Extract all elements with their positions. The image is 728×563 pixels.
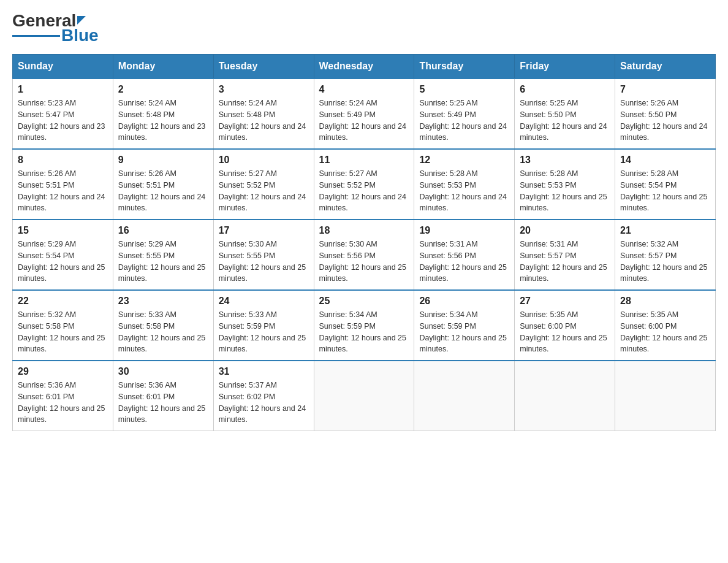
day-info: Sunrise: 5:33 AMSunset: 5:59 PMDaylight:… xyxy=(219,309,309,355)
day-number: 17 xyxy=(219,225,309,236)
calendar-cell: 8Sunrise: 5:26 AMSunset: 5:51 PMDaylight… xyxy=(13,149,113,220)
calendar-cell: 17Sunrise: 5:30 AMSunset: 5:55 PMDayligh… xyxy=(213,220,314,290)
calendar-header-friday: Friday xyxy=(515,55,615,79)
day-info: Sunrise: 5:30 AMSunset: 5:55 PMDaylight:… xyxy=(219,239,309,285)
day-info: Sunrise: 5:33 AMSunset: 5:58 PMDaylight:… xyxy=(118,309,208,355)
day-info: Sunrise: 5:26 AMSunset: 5:50 PMDaylight:… xyxy=(620,98,710,144)
day-info: Sunrise: 5:34 AMSunset: 5:59 PMDaylight:… xyxy=(319,309,409,355)
calendar-cell: 5Sunrise: 5:25 AMSunset: 5:49 PMDaylight… xyxy=(414,79,515,149)
day-info: Sunrise: 5:26 AMSunset: 5:51 PMDaylight:… xyxy=(18,168,108,214)
day-number: 18 xyxy=(319,225,409,236)
day-info: Sunrise: 5:24 AMSunset: 5:48 PMDaylight:… xyxy=(118,98,208,144)
day-info: Sunrise: 5:28 AMSunset: 5:53 PMDaylight:… xyxy=(419,168,509,214)
calendar-header-saturday: Saturday xyxy=(615,55,716,79)
calendar-cell: 10Sunrise: 5:27 AMSunset: 5:52 PMDayligh… xyxy=(213,149,314,220)
calendar-header-wednesday: Wednesday xyxy=(314,55,414,79)
day-number: 21 xyxy=(620,225,710,236)
day-number: 11 xyxy=(319,155,409,166)
day-number: 6 xyxy=(520,84,610,95)
calendar-cell: 4Sunrise: 5:24 AMSunset: 5:49 PMDaylight… xyxy=(314,79,414,149)
calendar-cell: 19Sunrise: 5:31 AMSunset: 5:56 PMDayligh… xyxy=(414,220,515,290)
calendar-cell: 25Sunrise: 5:34 AMSunset: 5:59 PMDayligh… xyxy=(314,290,414,361)
calendar-cell: 30Sunrise: 5:36 AMSunset: 6:01 PMDayligh… xyxy=(113,361,213,431)
day-number: 13 xyxy=(520,155,610,166)
day-info: Sunrise: 5:36 AMSunset: 6:01 PMDaylight:… xyxy=(118,380,208,426)
day-number: 5 xyxy=(419,84,509,95)
calendar-header-row: SundayMondayTuesdayWednesdayThursdayFrid… xyxy=(13,55,716,79)
day-number: 12 xyxy=(419,155,509,166)
calendar-cell: 28Sunrise: 5:35 AMSunset: 6:00 PMDayligh… xyxy=(615,290,716,361)
day-info: Sunrise: 5:32 AMSunset: 5:57 PMDaylight:… xyxy=(620,239,710,285)
calendar-cell: 15Sunrise: 5:29 AMSunset: 5:54 PMDayligh… xyxy=(13,220,113,290)
calendar-cell: 14Sunrise: 5:28 AMSunset: 5:54 PMDayligh… xyxy=(615,149,716,220)
day-number: 24 xyxy=(219,296,309,307)
logo-text-blue: Blue xyxy=(61,27,99,44)
day-info: Sunrise: 5:26 AMSunset: 5:51 PMDaylight:… xyxy=(118,168,208,214)
day-info: Sunrise: 5:24 AMSunset: 5:48 PMDaylight:… xyxy=(219,98,309,144)
day-number: 14 xyxy=(620,155,710,166)
day-number: 30 xyxy=(118,366,208,377)
day-number: 10 xyxy=(219,155,309,166)
day-info: Sunrise: 5:27 AMSunset: 5:52 PMDaylight:… xyxy=(219,168,309,214)
calendar-week-row-5: 29Sunrise: 5:36 AMSunset: 6:01 PMDayligh… xyxy=(13,361,716,431)
calendar-cell: 1Sunrise: 5:23 AMSunset: 5:47 PMDaylight… xyxy=(13,79,113,149)
day-number: 3 xyxy=(219,84,309,95)
day-info: Sunrise: 5:31 AMSunset: 5:57 PMDaylight:… xyxy=(520,239,610,285)
day-number: 19 xyxy=(419,225,509,236)
calendar-cell: 16Sunrise: 5:29 AMSunset: 5:55 PMDayligh… xyxy=(113,220,213,290)
day-info: Sunrise: 5:24 AMSunset: 5:49 PMDaylight:… xyxy=(319,98,409,144)
calendar-cell: 18Sunrise: 5:30 AMSunset: 5:56 PMDayligh… xyxy=(314,220,414,290)
calendar-cell: 2Sunrise: 5:24 AMSunset: 5:48 PMDaylight… xyxy=(113,79,213,149)
calendar-cell xyxy=(414,361,515,431)
day-number: 9 xyxy=(118,155,208,166)
calendar-header-tuesday: Tuesday xyxy=(213,55,314,79)
calendar-header-sunday: Sunday xyxy=(13,55,113,79)
calendar-cell: 6Sunrise: 5:25 AMSunset: 5:50 PMDaylight… xyxy=(515,79,615,149)
calendar-week-row-2: 8Sunrise: 5:26 AMSunset: 5:51 PMDaylight… xyxy=(13,149,716,220)
calendar-cell: 26Sunrise: 5:34 AMSunset: 5:59 PMDayligh… xyxy=(414,290,515,361)
calendar-week-row-4: 22Sunrise: 5:32 AMSunset: 5:58 PMDayligh… xyxy=(13,290,716,361)
day-number: 8 xyxy=(18,155,108,166)
day-number: 28 xyxy=(620,296,710,307)
calendar-cell: 9Sunrise: 5:26 AMSunset: 5:51 PMDaylight… xyxy=(113,149,213,220)
day-info: Sunrise: 5:35 AMSunset: 6:00 PMDaylight:… xyxy=(620,309,710,355)
day-info: Sunrise: 5:37 AMSunset: 6:02 PMDaylight:… xyxy=(219,380,309,426)
day-number: 2 xyxy=(118,84,208,95)
calendar-cell: 21Sunrise: 5:32 AMSunset: 5:57 PMDayligh… xyxy=(615,220,716,290)
day-number: 22 xyxy=(18,296,108,307)
day-info: Sunrise: 5:30 AMSunset: 5:56 PMDaylight:… xyxy=(319,239,409,285)
calendar-cell: 24Sunrise: 5:33 AMSunset: 5:59 PMDayligh… xyxy=(213,290,314,361)
day-info: Sunrise: 5:27 AMSunset: 5:52 PMDaylight:… xyxy=(319,168,409,214)
calendar-cell: 3Sunrise: 5:24 AMSunset: 5:48 PMDaylight… xyxy=(213,79,314,149)
logo: General Blue xyxy=(12,12,99,44)
calendar-header-thursday: Thursday xyxy=(414,55,515,79)
calendar-cell xyxy=(615,361,716,431)
day-info: Sunrise: 5:23 AMSunset: 5:47 PMDaylight:… xyxy=(18,98,108,144)
day-info: Sunrise: 5:28 AMSunset: 5:54 PMDaylight:… xyxy=(620,168,710,214)
day-number: 20 xyxy=(520,225,610,236)
calendar-cell xyxy=(515,361,615,431)
calendar-table: SundayMondayTuesdayWednesdayThursdayFrid… xyxy=(12,54,716,431)
calendar-cell: 29Sunrise: 5:36 AMSunset: 6:01 PMDayligh… xyxy=(13,361,113,431)
day-info: Sunrise: 5:28 AMSunset: 5:53 PMDaylight:… xyxy=(520,168,610,214)
day-info: Sunrise: 5:36 AMSunset: 6:01 PMDaylight:… xyxy=(18,380,108,426)
calendar-cell: 12Sunrise: 5:28 AMSunset: 5:53 PMDayligh… xyxy=(414,149,515,220)
day-info: Sunrise: 5:31 AMSunset: 5:56 PMDaylight:… xyxy=(419,239,509,285)
calendar-cell: 7Sunrise: 5:26 AMSunset: 5:50 PMDaylight… xyxy=(615,79,716,149)
day-info: Sunrise: 5:35 AMSunset: 6:00 PMDaylight:… xyxy=(520,309,610,355)
day-number: 16 xyxy=(118,225,208,236)
calendar-cell xyxy=(314,361,414,431)
day-number: 27 xyxy=(520,296,610,307)
day-info: Sunrise: 5:25 AMSunset: 5:50 PMDaylight:… xyxy=(520,98,610,144)
day-number: 29 xyxy=(18,366,108,377)
day-number: 1 xyxy=(18,84,108,95)
calendar-header-monday: Monday xyxy=(113,55,213,79)
calendar-cell: 22Sunrise: 5:32 AMSunset: 5:58 PMDayligh… xyxy=(13,290,113,361)
calendar-cell: 23Sunrise: 5:33 AMSunset: 5:58 PMDayligh… xyxy=(113,290,213,361)
calendar-week-row-1: 1Sunrise: 5:23 AMSunset: 5:47 PMDaylight… xyxy=(13,79,716,149)
day-number: 26 xyxy=(419,296,509,307)
calendar-cell: 31Sunrise: 5:37 AMSunset: 6:02 PMDayligh… xyxy=(213,361,314,431)
calendar-week-row-3: 15Sunrise: 5:29 AMSunset: 5:54 PMDayligh… xyxy=(13,220,716,290)
day-number: 23 xyxy=(118,296,208,307)
day-info: Sunrise: 5:25 AMSunset: 5:49 PMDaylight:… xyxy=(419,98,509,144)
